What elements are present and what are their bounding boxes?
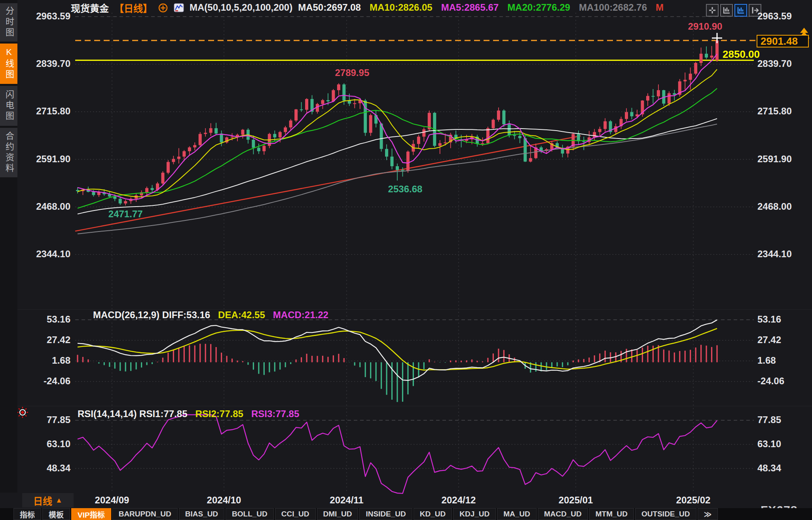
indicator-tab-kdjud[interactable]: KDJ_UD	[453, 508, 496, 520]
candle-44	[305, 99, 308, 110]
candle-56	[369, 115, 372, 133]
panel-toggle-icon[interactable]	[749, 4, 761, 17]
current-price-box: 2901.48	[757, 35, 809, 47]
sidebar-tab-1[interactable]: 分时图	[0, 3, 17, 42]
candle-34	[252, 140, 255, 148]
macd-pane	[78, 320, 717, 402]
indicator-tab-dmiud[interactable]: DMI_UD	[317, 508, 359, 520]
period-selector[interactable]: 日线 ▲	[22, 493, 74, 507]
candle-99	[598, 129, 601, 132]
candle-104	[625, 112, 628, 119]
sidebar-tab-2[interactable]: K线图	[0, 44, 17, 84]
macd-header-part-1: MACD(26,12,9) DIFF:53.16	[93, 309, 210, 321]
candle-4	[92, 192, 95, 195]
candle-27	[214, 128, 218, 134]
chart-axis-icon[interactable]	[720, 4, 733, 17]
indicator-tab-cciud[interactable]: CCI_UD	[275, 508, 316, 520]
rsi-header: RSI(14,14,14) RSI1:77.85RSI2:77.85RSI3:7…	[78, 408, 299, 419]
add-indicator-icon[interactable]	[158, 2, 168, 13]
candle-61	[396, 166, 399, 170]
rsi-header-part-3: RSI3:77.85	[251, 408, 299, 419]
left-sidebar: 分时图K线图闪电图合约资料	[0, 0, 17, 493]
ma20-line	[78, 88, 717, 208]
chart-type-icon[interactable]	[174, 2, 184, 13]
candle-115	[683, 80, 687, 82]
indicator-tab-biasud[interactable]: BIAS_UD	[179, 508, 224, 520]
indicator-tab-[interactable]: 指标	[13, 508, 41, 520]
ma-value-4: MA20:2776.29	[507, 2, 570, 13]
candle-69	[438, 143, 442, 146]
candle-48	[326, 100, 330, 101]
macd-header-part-2: DEA:42.55	[218, 309, 265, 321]
candle-40	[284, 127, 287, 132]
candle-35	[257, 148, 260, 151]
indicator-tab-vip[interactable]: VIP指标	[71, 508, 111, 520]
candle-62	[401, 170, 404, 171]
candle-24	[199, 134, 202, 145]
indicator-tab-mtmud[interactable]: MTM_UD	[589, 508, 634, 520]
candle-77	[481, 143, 484, 144]
sidebar-tab-3[interactable]: 闪电图	[0, 86, 17, 126]
candle-83	[513, 135, 516, 136]
candle-96	[582, 141, 585, 142]
ma-value-1: MA50:2697.08	[298, 2, 361, 13]
indicator-tab-[interactable]: ≫	[698, 508, 718, 520]
candle-116	[689, 74, 692, 80]
indicator-tab-barupdnud[interactable]: BARUPDN_UD	[112, 508, 178, 520]
candle-43	[300, 109, 303, 110]
candle-5	[97, 192, 101, 195]
candle-49	[332, 90, 335, 101]
candle-81	[502, 110, 505, 124]
candle-110	[657, 90, 660, 97]
candle-100	[603, 121, 607, 129]
chart-header: 现货黄金 【日线】 MA(50,10,5,20,100,200) MA50:26…	[71, 2, 664, 13]
candle-22	[188, 147, 191, 151]
candle-80	[497, 110, 500, 120]
indicator-tabbar: 指标模板VIP指标BARUPDN_UDBIAS_UDBOLL_UDCCI_UDD…	[0, 508, 812, 520]
candle-10	[124, 201, 127, 203]
candle-84	[518, 136, 522, 138]
indicator-tab-macdud[interactable]: MACD_UD	[538, 508, 588, 520]
candle-105	[630, 112, 634, 116]
candle-20	[177, 157, 180, 159]
period-tag[interactable]: 【日线】	[114, 1, 152, 15]
symbol-title: 现货黄金	[71, 1, 109, 15]
indicator-tab-outsideud[interactable]: OUTSIDE_UD	[635, 508, 696, 520]
indicator-tab-maud[interactable]: MA_UD	[497, 508, 537, 520]
candle-25	[204, 133, 207, 134]
ma-values: MA50:2697.08MA10:2826.05MA5:2865.67MA20:…	[298, 2, 664, 13]
triangle-up-icon: ▲	[55, 496, 63, 505]
candle-66	[422, 129, 425, 137]
candle-14	[145, 188, 148, 192]
rsi-header-part-2: RSI2:77.85	[195, 408, 243, 419]
candle-65	[417, 137, 420, 144]
candle-9	[119, 199, 122, 203]
ma-value-6: M	[656, 2, 664, 13]
grid-cross-icon[interactable]	[706, 4, 719, 17]
sidebar-tab-4[interactable]: 合约资料	[0, 128, 17, 177]
chart-canvas	[0, 0, 812, 520]
candle-121	[715, 40, 719, 60]
indicator-tab-bollud[interactable]: BOLL_UD	[226, 508, 274, 520]
ma-settings-label: MA(50,10,5,20,100,200)	[190, 2, 292, 13]
indicator-tab-insideud[interactable]: INSIDE_UD	[359, 508, 412, 520]
indicator-tab-kdud[interactable]: KD_UD	[414, 508, 452, 520]
rsi-alarm-icon	[17, 407, 28, 418]
candle-117	[694, 63, 697, 74]
candle-82	[508, 124, 511, 135]
candle-63	[406, 152, 410, 171]
top-toolbar	[706, 4, 761, 17]
candle-98	[593, 132, 596, 138]
rsi-line	[78, 415, 717, 493]
indicator-tab-[interactable]: 模板	[42, 508, 70, 520]
candle-18	[167, 162, 170, 173]
period-label: 日线	[33, 493, 52, 507]
candle-28	[220, 134, 223, 142]
candle-15	[151, 188, 154, 190]
candles	[76, 37, 719, 205]
ma-value-5: MA100:2682.76	[579, 2, 647, 13]
chart-axis-active-icon[interactable]	[734, 4, 747, 17]
macd-header: MACD(26,12,9) DIFF:53.16DEA:42.55MACD:21…	[93, 309, 328, 321]
candle-42	[294, 109, 298, 120]
candle-85	[524, 138, 527, 161]
